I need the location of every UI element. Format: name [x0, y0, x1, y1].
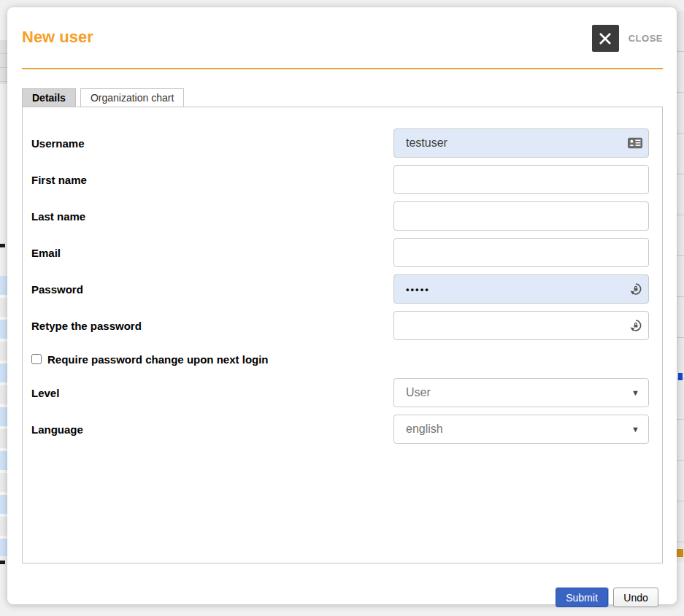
last-name-input-wrap — [393, 201, 649, 231]
undo-button[interactable]: Undo — [613, 588, 658, 607]
header-divider — [22, 68, 663, 69]
level-select-value: User — [406, 386, 631, 399]
username-label: Username — [31, 137, 393, 150]
chevron-down-icon: ▼ — [631, 425, 639, 434]
language-label: Language — [31, 423, 393, 436]
retype-password-label: Retype the password — [31, 320, 393, 332]
form-row-email: Email — [23, 234, 662, 271]
email-field[interactable] — [393, 238, 649, 267]
dialog-title: New user — [22, 28, 93, 47]
tab-details[interactable]: Details — [22, 88, 76, 107]
require-password-change-label: Require password change upon next login — [47, 353, 269, 366]
first-name-input-wrap — [393, 165, 649, 194]
form-row-first-name: First name — [23, 161, 662, 198]
dialog-footer: Submit Undo — [7, 588, 658, 607]
tab-organization-chart[interactable]: Organization chart — [80, 88, 184, 107]
form-row-username: Username — [23, 125, 662, 161]
form-row-password: Password — [23, 271, 662, 307]
new-user-dialog: New user CLOSE Details Organization char… — [7, 7, 677, 604]
background-fragment — [677, 549, 683, 557]
background-page-right-edge — [676, 0, 684, 616]
close-icon[interactable] — [592, 25, 619, 52]
dialog-header: New user CLOSE — [7, 7, 677, 68]
form-row-level: Level User ▼ — [23, 374, 662, 411]
tab-bar: Details Organization chart — [22, 88, 677, 107]
background-fragment — [678, 373, 683, 380]
require-password-change-checkbox[interactable] — [31, 354, 42, 364]
close-label[interactable]: CLOSE — [629, 33, 663, 44]
form-row-password-change: Require password change upon next login — [23, 344, 662, 374]
username-input[interactable] — [393, 128, 649, 158]
level-select[interactable]: User ▼ — [393, 378, 649, 407]
password-label: Password — [31, 283, 393, 296]
details-tab-panel: Username First name — [22, 107, 663, 563]
language-select[interactable]: english ▼ — [393, 415, 649, 444]
generate-password-icon[interactable] — [629, 282, 642, 296]
generate-password-icon[interactable] — [629, 319, 642, 332]
last-name-input[interactable] — [393, 201, 649, 231]
last-name-label: Last name — [31, 210, 393, 223]
password-input-wrap — [393, 274, 649, 304]
level-label: Level — [31, 387, 393, 399]
password-input[interactable] — [393, 274, 649, 304]
background-fragment — [0, 244, 5, 247]
retype-password-input[interactable] — [393, 311, 649, 340]
form-row-retype-password: Retype the password — [23, 307, 662, 344]
chevron-down-icon: ▼ — [631, 388, 639, 397]
email-input-wrap — [393, 238, 649, 267]
first-name-label: First name — [31, 174, 393, 186]
form-row-language: Language english ▼ — [23, 411, 662, 447]
background-table-rows — [676, 11, 684, 562]
id-card-icon — [628, 138, 642, 149]
background-fragment — [0, 561, 5, 564]
email-label: Email — [31, 247, 393, 259]
username-input-wrap — [393, 128, 649, 158]
close-button[interactable]: CLOSE — [592, 25, 663, 52]
first-name-input[interactable] — [393, 165, 649, 194]
submit-button[interactable]: Submit — [556, 588, 608, 607]
language-select-value: english — [406, 423, 631, 436]
form-row-last-name: Last name — [23, 198, 662, 234]
retype-password-input-wrap — [393, 311, 649, 340]
